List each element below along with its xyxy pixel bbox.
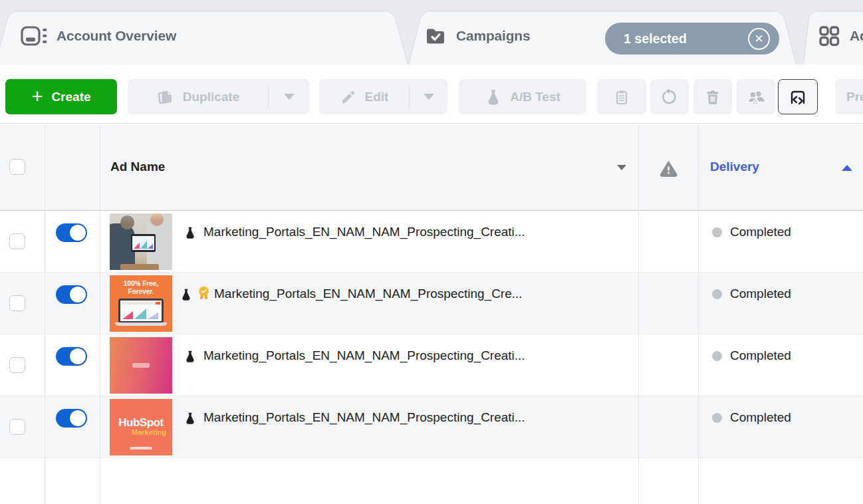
table-header: Ad Name Delivery (0, 125, 863, 211)
level-tab-bar: Account Overview Campaigns 1 selected ✕ (0, 0, 863, 64)
duplicate-split-button[interactable]: Duplicate (128, 79, 309, 114)
create-button[interactable]: + Create (5, 79, 117, 114)
flask-icon (184, 411, 197, 426)
warning-triangle-icon (660, 160, 678, 177)
trash-icon (704, 88, 721, 106)
preview-button[interactable]: Preview (835, 79, 863, 114)
ab-test-button[interactable]: A/B Test (459, 79, 586, 114)
delivery-status: Completed (730, 410, 791, 425)
code-frame-arrows-icon (788, 87, 808, 107)
ads-grid-icon (818, 25, 840, 47)
ad-status-toggle-on[interactable] (56, 285, 87, 304)
select-all-checkbox[interactable] (9, 159, 25, 175)
ads-manager-screen: Account Overview Campaigns 1 selected ✕ (0, 0, 863, 504)
status-dot (712, 351, 722, 361)
clipboard-icon (613, 88, 630, 106)
tab-label: Ad sets (850, 28, 863, 44)
preview-label: Preview (846, 90, 863, 104)
chevron-down-icon (284, 94, 295, 100)
chevron-down-icon (424, 94, 434, 100)
toggle-knob (70, 410, 86, 426)
selected-count-pill[interactable]: 1 selected ✕ (605, 23, 779, 55)
status-dot (712, 227, 722, 237)
delivery-status: Completed (730, 287, 791, 301)
flask-icon (485, 88, 502, 106)
campaigns-folder-check-icon (424, 25, 447, 47)
table-row[interactable]: HubSpot Marketing Marketing_Portals_EN_N… (0, 396, 863, 458)
table-row[interactable]: Marketing_Portals_EN_NAM_NAM_Prospecting… (0, 334, 863, 396)
sort-ascending-icon (842, 165, 852, 171)
chevron-down-icon[interactable] (617, 165, 626, 170)
ad-name[interactable]: Marketing_Portals_EN_NAM_NAM_Prospecting… (203, 410, 525, 425)
flask-icon (180, 287, 193, 302)
edit-button[interactable]: Edit (319, 79, 409, 114)
tab-campaigns[interactable]: Campaigns 1 selected ✕ (408, 7, 797, 64)
row-checkbox[interactable] (9, 233, 25, 249)
ad-status-toggle-on[interactable] (56, 409, 87, 428)
tab-label: Account Overview (57, 28, 176, 44)
flask-icon (184, 225, 197, 240)
ab-test-label: A/B Test (510, 90, 560, 104)
tab-ad-sets[interactable]: Ad sets (803, 7, 863, 64)
row-checkbox[interactable] (9, 295, 25, 311)
ad-status-toggle-on[interactable] (56, 347, 87, 366)
duplicate-pages-icon (156, 88, 175, 106)
column-header-ad-name[interactable]: Ad Name (110, 160, 165, 174)
ad-status-toggle-on[interactable] (56, 223, 87, 242)
ad-thumbnail-photo (110, 213, 172, 270)
people-plus-icon (747, 88, 765, 106)
refresh-button[interactable] (650, 79, 689, 114)
create-label: Create (51, 90, 90, 104)
tab-account-overview[interactable]: Account Overview (0, 7, 408, 64)
audience-button[interactable] (737, 79, 775, 114)
award-badge-icon (197, 286, 210, 301)
ad-thumbnail-free-forever: 100% Free,Forever. (110, 275, 172, 332)
delivery-status: Completed (730, 225, 791, 239)
clear-selection-icon[interactable]: ✕ (748, 28, 770, 50)
edit-split-button[interactable]: Edit (319, 79, 447, 114)
delivery-status: Completed (730, 348, 791, 363)
ad-thumbnail-hubspot: HubSpot Marketing (110, 399, 172, 455)
table-row[interactable]: Marketing_Portals_EN_NAM_NAM_Prospecting… (0, 211, 863, 273)
status-dot (712, 413, 722, 423)
edit-dropdown-toggle[interactable] (410, 79, 447, 114)
action-toolbar: + Create Duplicate (0, 64, 863, 124)
selected-count-label: 1 selected (624, 31, 687, 47)
toggle-knob (70, 348, 86, 364)
pencil-icon (340, 88, 357, 106)
column-header-issues[interactable] (660, 160, 678, 180)
row-checkbox[interactable] (9, 357, 25, 373)
table-footer: Results from 4 ads i (0, 458, 863, 504)
duplicate-button[interactable]: Duplicate (128, 79, 268, 114)
ad-thumbnail-gradient (110, 337, 172, 394)
ad-name[interactable]: Marketing_Portals_EN_NAM_NAM_Prospecting… (203, 225, 525, 239)
duplicate-label: Duplicate (183, 90, 240, 104)
view-setup-code-button[interactable] (778, 79, 818, 114)
delete-button[interactable] (693, 79, 732, 114)
ad-name[interactable]: Marketing_Portals_EN_NAM_NAM_Prospecting… (214, 287, 523, 301)
ad-name[interactable]: Marketing_Portals_EN_NAM_NAM_Prospecting… (203, 348, 525, 363)
edit-label: Edit (365, 90, 389, 104)
flask-icon (184, 349, 197, 364)
tab-label: Campaigns (456, 28, 530, 44)
table-row[interactable]: 100% Free,Forever. Marketing_Portals_EN_… (0, 273, 863, 334)
account-overview-icon (20, 25, 47, 47)
ads-table-body: Marketing_Portals_EN_NAM_NAM_Prospecting… (0, 211, 863, 458)
column-header-delivery[interactable]: Delivery (710, 160, 759, 174)
duplicate-dropdown-toggle[interactable] (269, 79, 309, 114)
status-dot (712, 289, 722, 299)
paste-button[interactable] (597, 79, 646, 114)
refresh-icon (660, 88, 679, 106)
toggle-knob (70, 287, 86, 303)
toggle-knob (70, 225, 86, 241)
row-checkbox[interactable] (9, 419, 25, 435)
